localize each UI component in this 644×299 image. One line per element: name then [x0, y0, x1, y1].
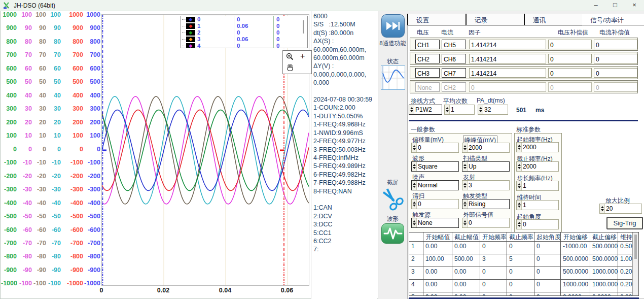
average-count-input[interactable] [450, 105, 474, 114]
spinner-arrows[interactable] [478, 105, 483, 114]
legend-item[interactable]: ◆10.060 [181, 23, 307, 29]
standard-field-2-input[interactable] [522, 162, 558, 171]
general-field-1[interactable] [411, 143, 459, 153]
standard-field-5-input[interactable] [522, 220, 558, 229]
table-cell[interactable]: 0 [534, 242, 561, 254]
channel-voltage-field[interactable] [415, 68, 440, 78]
legend-item[interactable]: ◆30.060 [181, 36, 307, 43]
channel-voltage-input[interactable] [416, 70, 439, 78]
general-field-7-input[interactable] [417, 200, 458, 209]
standard-field-3-input[interactable] [522, 181, 558, 190]
channel-voltage-input[interactable] [416, 41, 439, 50]
table-cell[interactable]: 0 [507, 242, 534, 254]
table-cell[interactable]: 0 [534, 267, 561, 280]
table-scrollbar-thumb[interactable] [634, 235, 637, 259]
wiring-mode-input[interactable] [414, 105, 442, 114]
table-cell[interactable]: 0.00 [423, 267, 452, 280]
legend-item[interactable]: ◆200 [181, 29, 307, 36]
table-cell[interactable]: 500.0000 [590, 254, 618, 267]
spinner-arrows[interactable] [412, 143, 417, 152]
channel-c_comp-input[interactable] [594, 41, 637, 50]
table-cell[interactable]: 0 [507, 280, 534, 292]
channel-factor-field[interactable] [469, 68, 546, 78]
table-cell[interactable]: -1000.00 [561, 242, 590, 254]
average-count-spinner[interactable] [444, 105, 475, 115]
tab-3[interactable]: 通讯 [524, 14, 582, 25]
spinner-arrows[interactable] [462, 162, 468, 171]
table-row-index[interactable]: 1 [409, 242, 423, 254]
close-button[interactable]: × [625, 0, 644, 11]
legend-item[interactable]: ◆000 [181, 16, 307, 23]
table-cell[interactable]: 0.00 [452, 242, 480, 254]
general-field-6-input[interactable] [468, 181, 509, 190]
maximize-button[interactable]: □ [605, 0, 625, 11]
table-cell[interactable]: 0 [534, 280, 561, 292]
status-wave-icon[interactable] [381, 65, 405, 90]
table-cell[interactable]: 0 [480, 280, 507, 292]
wiring-mode-spinner[interactable] [409, 105, 442, 115]
spinner-arrows[interactable] [462, 200, 468, 209]
general-field-7[interactable] [411, 199, 459, 209]
table-cell[interactable]: 500.0000 [561, 254, 590, 267]
general-field-9[interactable] [411, 218, 459, 228]
general-field-3[interactable] [411, 161, 459, 172]
channel-factor-field[interactable] [469, 40, 546, 49]
channel-current-input[interactable] [442, 41, 466, 50]
channel-voltage-input[interactable] [416, 84, 439, 92]
table-cell[interactable]: 0 [507, 267, 534, 280]
legend-item[interactable]: ◆400 [181, 43, 307, 48]
table-cell[interactable]: 0.00 [423, 280, 452, 292]
table-row-index[interactable]: 4 [409, 280, 423, 292]
channel-factor-input[interactable] [470, 84, 546, 92]
waveform-plot[interactable]: ◆000◆10.060◆200◆30.060◆400 + [101, 14, 309, 286]
zoom-ratio-input[interactable] [605, 204, 641, 213]
channel-factor-field[interactable] [469, 82, 546, 92]
general-field-8[interactable] [462, 199, 510, 209]
spinner-arrows[interactable] [409, 105, 414, 114]
channel-current-input[interactable] [442, 84, 466, 92]
general-field-5[interactable] [411, 180, 459, 190]
table-cell[interactable]: 500.0000 [561, 267, 590, 280]
waveform-button[interactable] [381, 223, 404, 244]
table-cell[interactable]: 0 [534, 254, 561, 267]
standard-field-1-input[interactable] [522, 143, 558, 152]
table-cell[interactable]: 100.00 [423, 254, 452, 267]
channel-current-field[interactable] [442, 68, 466, 78]
table-cell[interactable]: 1000.000 [561, 280, 590, 292]
channel-v_comp-input[interactable] [549, 84, 591, 92]
spinner-arrows[interactable] [462, 218, 468, 227]
table-cell[interactable]: 0.00 [423, 242, 452, 254]
spinner-arrows[interactable] [517, 181, 522, 190]
standard-field-3[interactable] [516, 181, 559, 191]
channel-c_comp-input[interactable] [594, 70, 637, 78]
spinner-arrows[interactable] [412, 218, 417, 227]
standard-field-4-input[interactable] [522, 201, 558, 210]
general-field-1-input[interactable] [417, 143, 458, 152]
table-cell[interactable]: 1000.000 [590, 267, 618, 280]
table-cell[interactable]: 0.00 [452, 267, 480, 280]
channel-v_comp-field[interactable] [548, 40, 592, 49]
spinner-arrows[interactable] [412, 181, 417, 190]
spinner-arrows[interactable] [517, 143, 522, 152]
channel-factor-input[interactable] [470, 70, 546, 78]
channel-c_comp-field[interactable] [594, 40, 637, 49]
table-scrollbar[interactable] [632, 232, 638, 295]
general-field-10-input[interactable] [468, 218, 509, 227]
channel-c_comp-field[interactable] [594, 54, 637, 63]
general-field-4[interactable] [462, 161, 510, 172]
channel-voltage-field[interactable] [415, 82, 440, 92]
table-row-index[interactable]: 2 [409, 254, 423, 267]
channel-factor-field[interactable] [469, 54, 546, 63]
channel-c_comp-field[interactable] [594, 68, 637, 78]
screenshot-scissors-icon[interactable] [377, 182, 410, 215]
table-row-index[interactable]: 5 [409, 292, 423, 296]
channel-voltage-field[interactable] [415, 40, 440, 49]
general-field-8-input[interactable] [468, 200, 509, 209]
channel-v_comp-field[interactable] [548, 54, 592, 63]
channel-c_comp-input[interactable] [594, 84, 637, 92]
spinner-arrows[interactable] [517, 162, 522, 171]
standard-field-4[interactable] [516, 200, 559, 210]
spinner-arrows[interactable] [412, 200, 417, 209]
table-cell[interactable]: 0 [480, 292, 507, 296]
standard-field-5[interactable] [516, 219, 559, 229]
